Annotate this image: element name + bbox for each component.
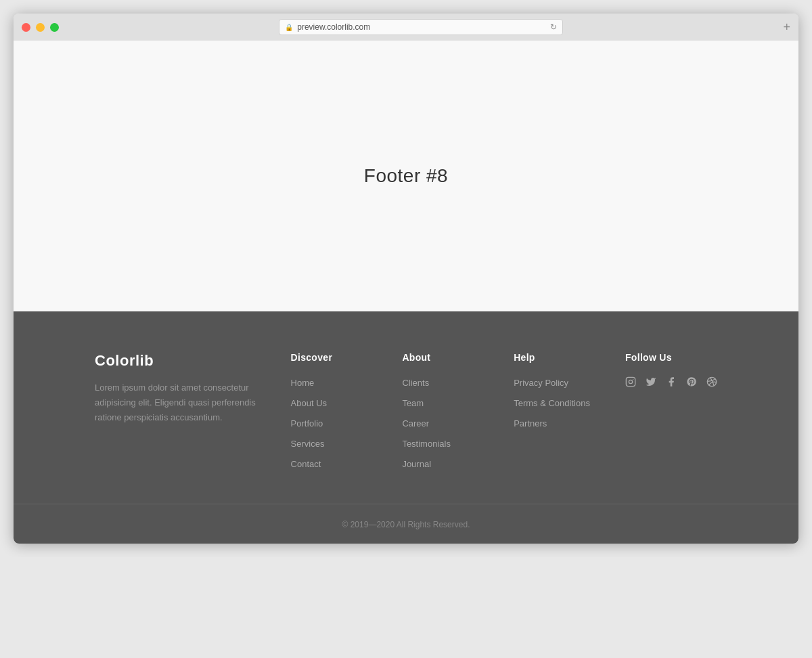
lock-icon: 🔒	[285, 24, 293, 31]
footer-column-follow: Follow Us	[625, 352, 717, 470]
footer-bottom: © 2019—2020 All Rights Reserved.	[14, 504, 798, 544]
page-title: Footer #8	[364, 165, 448, 187]
footer-link-portfolio[interactable]: Portfolio	[291, 418, 323, 429]
address-bar[interactable]: 🔒 preview.colorlib.com ↻	[279, 19, 563, 35]
list-item: Career	[402, 417, 487, 429]
footer-link-clients[interactable]: Clients	[402, 378, 429, 388]
footer-link-terms[interactable]: Terms & Conditions	[514, 398, 590, 408]
instagram-icon[interactable]	[625, 376, 636, 390]
brand-name: Colorlib	[95, 352, 264, 370]
facebook-icon[interactable]	[666, 376, 677, 390]
maximize-button[interactable]	[50, 23, 59, 32]
footer-link-home[interactable]: Home	[291, 378, 315, 388]
browser-content: Footer #8 Colorlib Lorem ipsum dolor sit…	[14, 41, 798, 544]
footer-link-team[interactable]: Team	[402, 398, 424, 408]
minimize-button[interactable]	[36, 23, 45, 32]
footer-link-partners[interactable]: Partners	[514, 418, 547, 429]
list-item: Privacy Policy	[514, 376, 598, 389]
list-item: Contact	[291, 458, 376, 470]
close-button[interactable]	[22, 23, 30, 32]
list-item: Clients	[402, 376, 487, 389]
footer-col-title-follow: Follow Us	[625, 352, 717, 363]
footer-col-title-discover: Discover	[291, 352, 376, 363]
svg-point-1	[629, 380, 632, 383]
address-text: preview.colorlib.com	[297, 22, 370, 32]
footer-link-testimonials[interactable]: Testimonials	[402, 439, 451, 449]
footer-column-help: Help Privacy Policy Terms & Conditions P…	[514, 352, 598, 470]
footer-link-contact[interactable]: Contact	[291, 459, 321, 469]
reload-icon[interactable]: ↻	[550, 22, 557, 32]
footer-grid: Colorlib Lorem ipsum dolor sit amet cons…	[95, 352, 717, 504]
list-item: Testimonials	[402, 437, 487, 449]
browser-titlebar: 🔒 preview.colorlib.com ↻ +	[14, 14, 798, 41]
page-body: Footer #8	[14, 41, 798, 311]
brand-description: Lorem ipsum dolor sit amet consectetur a…	[95, 380, 264, 425]
footer-links-about: Clients Team Career Testimonials Journal	[402, 376, 487, 470]
browser-window: 🔒 preview.colorlib.com ↻ + Footer #8 Col…	[14, 14, 798, 544]
footer-inner: Colorlib Lorem ipsum dolor sit amet cons…	[68, 352, 744, 504]
list-item: About Us	[291, 397, 376, 409]
footer-links-help: Privacy Policy Terms & Conditions Partne…	[514, 376, 598, 429]
list-item: Home	[291, 376, 376, 389]
list-item: Terms & Conditions	[514, 397, 598, 409]
list-item: Services	[291, 437, 376, 449]
social-icons	[625, 376, 717, 390]
list-item: Journal	[402, 458, 487, 470]
dribbble-icon[interactable]	[706, 376, 717, 390]
footer-link-career[interactable]: Career	[402, 418, 429, 429]
footer-link-about-us[interactable]: About Us	[291, 398, 327, 408]
footer-col-title-about: About	[402, 352, 487, 363]
new-tab-button[interactable]: +	[783, 20, 790, 35]
list-item: Team	[402, 397, 487, 409]
address-bar-container: 🔒 preview.colorlib.com ↻	[64, 19, 777, 35]
footer: Colorlib Lorem ipsum dolor sit amet cons…	[14, 311, 798, 544]
footer-link-journal[interactable]: Journal	[402, 459, 431, 469]
svg-point-2	[633, 379, 633, 380]
twitter-icon[interactable]	[646, 376, 656, 390]
copyright-text: © 2019—2020 All Rights Reserved.	[342, 520, 470, 529]
footer-brand-column: Colorlib Lorem ipsum dolor sit amet cons…	[95, 352, 264, 470]
svg-rect-0	[626, 377, 635, 386]
footer-column-discover: Discover Home About Us Portfolio Service…	[291, 352, 376, 470]
footer-column-about: About Clients Team Career Testimonials J…	[402, 352, 487, 470]
list-item: Partners	[514, 417, 598, 429]
footer-col-title-help: Help	[514, 352, 598, 363]
list-item: Portfolio	[291, 417, 376, 429]
pinterest-icon[interactable]	[686, 376, 697, 390]
footer-link-privacy[interactable]: Privacy Policy	[514, 378, 568, 388]
footer-link-services[interactable]: Services	[291, 439, 325, 449]
footer-links-discover: Home About Us Portfolio Services Contact	[291, 376, 376, 470]
